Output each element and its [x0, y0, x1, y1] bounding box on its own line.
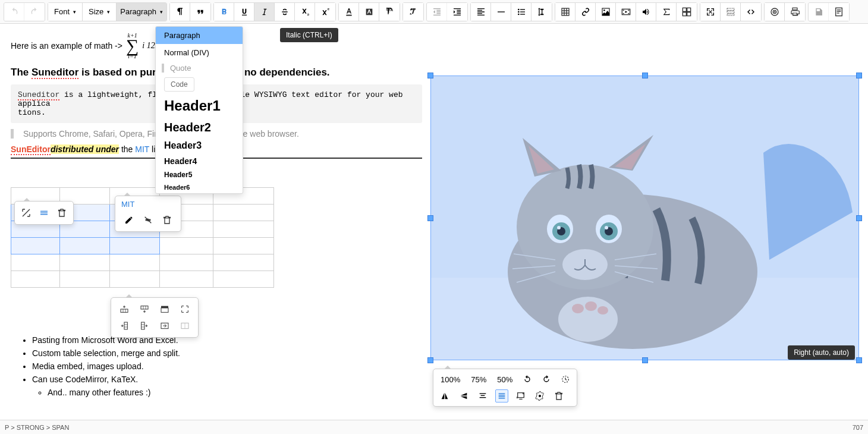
font-color-button[interactable] [339, 3, 359, 21]
image-selection[interactable] [430, 76, 859, 360]
redo-button[interactable] [24, 3, 45, 21]
resize-handle[interactable] [856, 73, 862, 78]
save-button[interactable] [809, 3, 829, 21]
resize-handle[interactable] [427, 215, 433, 221]
list-button[interactable] [511, 3, 532, 21]
rotate-left-icon[interactable] [521, 373, 534, 386]
svg-point-5 [518, 11, 520, 12]
delete-image-icon[interactable] [552, 389, 565, 402]
insert-row-above-icon[interactable] [116, 303, 133, 316]
resize-icon[interactable] [18, 205, 34, 221]
svg-rect-25 [727, 8, 734, 10]
caption-icon[interactable] [514, 389, 527, 402]
dropdown-item-normal[interactable]: Normal (DIV) [156, 44, 243, 61]
strike-button[interactable] [275, 3, 295, 21]
caret-down-icon: ▾ [73, 9, 76, 15]
show-blocks-button[interactable] [721, 3, 741, 21]
superscript-button[interactable] [315, 3, 335, 21]
size-select[interactable]: Size▾ [83, 3, 117, 21]
main-toolbar: Font▾ Size▾ Paragraph▾ [0, 0, 868, 24]
paragraph-style-button[interactable] [170, 3, 190, 21]
italic-button[interactable] [254, 3, 275, 21]
table-button[interactable] [555, 3, 575, 21]
outdent-button[interactable] [427, 3, 447, 21]
resize-handle[interactable] [856, 357, 862, 363]
dropdown-item-h6[interactable]: Header6 [156, 181, 243, 193]
math-line: Here is an example of math -> k+1 ∑ i=1 … [11, 32, 857, 59]
pct-50[interactable]: 50% [495, 374, 515, 385]
indent-button[interactable] [447, 3, 467, 21]
revert-icon[interactable] [559, 373, 572, 386]
blockquote-button[interactable] [190, 3, 210, 21]
undo-button[interactable] [4, 3, 24, 21]
edit-link-icon[interactable] [121, 212, 137, 228]
svg-rect-76 [499, 393, 505, 394]
edit-image-icon[interactable] [533, 389, 546, 402]
align-button[interactable] [471, 3, 491, 21]
split-cells-icon[interactable] [177, 319, 193, 332]
merge-cells-icon[interactable] [156, 319, 173, 332]
video-button[interactable] [616, 3, 636, 21]
table-row [11, 238, 274, 254]
table-row [11, 271, 274, 288]
link-popup-text[interactable]: MIT [121, 200, 175, 209]
bold-button[interactable] [214, 3, 234, 21]
resize-handle[interactable] [856, 215, 862, 221]
hr-style-icon[interactable] [36, 205, 52, 221]
image-gallery-button[interactable] [677, 3, 697, 21]
resize-handle[interactable] [427, 357, 433, 363]
dropdown-item-h1[interactable]: Header1 [156, 94, 243, 118]
subscript-button[interactable] [295, 3, 315, 21]
image-button[interactable] [596, 3, 616, 21]
underline-button[interactable] [234, 3, 254, 21]
pct-75[interactable]: 75% [468, 374, 489, 385]
code-view-button[interactable] [741, 3, 761, 21]
highlight-color-button[interactable] [359, 3, 379, 21]
svg-rect-74 [481, 395, 485, 396]
resize-handle[interactable] [642, 357, 648, 363]
table-row [11, 254, 274, 271]
header-icon[interactable] [156, 303, 173, 316]
link-popup: MIT [115, 196, 181, 232]
audio-button[interactable] [636, 3, 656, 21]
print-button[interactable] [785, 3, 805, 21]
pct-100[interactable]: 100% [438, 374, 463, 385]
align-center-icon[interactable] [476, 389, 489, 402]
remove-link-icon[interactable] [159, 212, 175, 228]
insert-col-right-icon[interactable] [136, 319, 153, 332]
insert-col-left-icon[interactable] [116, 319, 133, 332]
math-button[interactable] [656, 3, 677, 21]
mirror-h-icon[interactable] [438, 389, 451, 402]
format-select[interactable]: Paragraph▾ [117, 3, 166, 21]
insert-row-below-icon[interactable] [136, 303, 153, 316]
unlink-icon[interactable] [140, 212, 156, 228]
line-height-button[interactable] [532, 3, 552, 21]
dropdown-item-h5[interactable]: Header5 [156, 168, 243, 181]
font-select[interactable]: Font▾ [48, 3, 83, 21]
history-group [4, 2, 45, 21]
fullscreen-button[interactable] [700, 3, 721, 21]
float-basic-icon[interactable] [495, 389, 508, 402]
dropdown-item-code[interactable]: Code [164, 77, 194, 92]
text-style-button[interactable] [379, 3, 400, 21]
link-button[interactable] [575, 3, 596, 21]
dropdown-item-h4[interactable]: Header4 [156, 154, 243, 168]
template-button[interactable] [829, 3, 849, 21]
svg-rect-23 [683, 12, 686, 15]
rotate-right-icon[interactable] [540, 373, 553, 386]
preview-button[interactable] [765, 3, 785, 21]
resize-handle[interactable] [427, 73, 433, 78]
svg-rect-45 [161, 308, 168, 312]
expand-icon[interactable] [177, 303, 193, 316]
dropdown-item-quote[interactable]: Quote [162, 64, 237, 73]
dropdown-item-h2[interactable]: Header2 [156, 118, 243, 137]
svg-rect-49 [141, 322, 144, 329]
remove-format-button[interactable] [403, 3, 423, 21]
horizontal-rule-button[interactable] [491, 3, 511, 21]
dropdown-item-paragraph[interactable]: Paragraph [156, 27, 243, 44]
mirror-v-icon[interactable] [457, 389, 470, 402]
delete-icon[interactable] [54, 205, 70, 221]
dropdown-item-h3[interactable]: Header3 [156, 137, 243, 154]
resize-handle[interactable] [642, 73, 648, 78]
size-label: Size [89, 7, 103, 16]
